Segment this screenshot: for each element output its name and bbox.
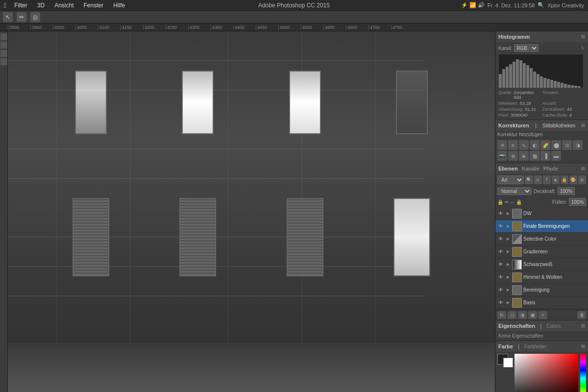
canvas-image	[8, 31, 495, 392]
layer-item-gradienten[interactable]: 👁 ▶ Gradienten	[495, 245, 588, 258]
layer-eye-finale[interactable]: 👁	[497, 223, 504, 230]
tool-brush[interactable]: ✏	[17, 12, 26, 22]
layers-mask[interactable]: ◻	[508, 311, 516, 319]
histogram-header[interactable]: Histogramm ⊟	[495, 31, 588, 42]
layer-thumb-gradienten	[512, 247, 522, 257]
layer-expand-bereinigung[interactable]: ▶	[506, 288, 511, 293]
tab-ebenen[interactable]: Ebenen	[498, 166, 518, 172]
opacity-value[interactable]: 100%	[558, 187, 575, 195]
layers-fx[interactable]: fx	[497, 311, 506, 319]
layer-item-schwarzweiss[interactable]: 👁 ▶ Schwarzweiß	[495, 258, 588, 271]
corrections-title: Korrekturen	[498, 122, 529, 128]
swatch-bg[interactable]	[503, 358, 513, 368]
histo-refresh[interactable]: ↻	[581, 46, 585, 50]
search-icon[interactable]: 🔍	[538, 2, 544, 8]
corr-bw[interactable]: ◑	[573, 140, 583, 150]
color-picker[interactable]	[514, 354, 578, 392]
layer-item-dw[interactable]: 👁 ▶ DW	[495, 207, 588, 220]
layer-eye-selective[interactable]: 👁	[497, 236, 504, 243]
layers-adj[interactable]: ◑	[518, 311, 527, 319]
layers-filter-toggle[interactable]: ⊕	[578, 175, 586, 184]
layer-expand-basis[interactable]: ▶	[506, 300, 511, 305]
apple-menu[interactable]: 	[4, 1, 6, 9]
left-tool-3[interactable]	[0, 50, 7, 57]
layers-btn3[interactable]: f	[543, 175, 551, 184]
color-header[interactable]: Farbe | Farbfelder ⊟	[495, 341, 588, 352]
corr-mixchannel[interactable]: ⊕	[508, 151, 518, 161]
channel-select[interactable]: RGB	[514, 44, 539, 52]
corr-posterize[interactable]: ▬	[551, 151, 561, 161]
corr-threshold[interactable]: ▐	[540, 151, 550, 161]
layers-type-filter[interactable]: Art	[497, 175, 524, 184]
layer-expand-selective[interactable]: ▶	[506, 237, 511, 242]
ruler-marks: 3900 3950 4000 4050 4100 4150 4200 4250 …	[8, 25, 414, 30]
tool-move[interactable]: ↖	[3, 12, 13, 22]
layer-expand-schwarzweiss[interactable]: ▶	[506, 262, 511, 267]
layers-search[interactable]: 🔍	[525, 175, 533, 184]
color-tab2[interactable]: Farbfelder	[524, 344, 547, 349]
corr-vibrance[interactable]: 🌈	[540, 140, 550, 150]
corr-hue[interactable]: ⬤	[551, 140, 561, 150]
layers-btn6[interactable]: 🎨	[569, 175, 577, 184]
svg-rect-25	[543, 78, 546, 88]
layer-eye-bereinigung[interactable]: 👁	[497, 287, 504, 294]
layer-expand-dw[interactable]: ▶	[506, 211, 511, 216]
layer-eye-basis[interactable]: 👁	[497, 299, 504, 306]
layer-eye-dw[interactable]: 👁	[497, 210, 504, 217]
layer-eye-himmel[interactable]: 👁	[497, 274, 504, 281]
corr-exposure[interactable]: ◐	[530, 140, 539, 150]
menu-item-fenster[interactable]: Fenster	[82, 2, 106, 9]
left-tool-2[interactable]	[0, 42, 7, 49]
tool-stamp[interactable]: ◎	[30, 12, 40, 22]
svg-rect-17	[516, 59, 519, 88]
canvas-area[interactable]	[8, 31, 495, 392]
fill-value[interactable]: 100%	[569, 198, 586, 206]
corrections-header[interactable]: Korrekturen | Stilbibliotheken ⊟	[495, 120, 588, 131]
properties-tab1[interactable]: Eigenschaften	[498, 323, 535, 329]
layers-btn4[interactable]: ◈	[552, 175, 560, 184]
layers-group[interactable]: ▣	[528, 311, 537, 319]
layers-delete[interactable]: 🗑	[577, 311, 586, 319]
color-picker-row	[497, 354, 586, 392]
layer-item-finale[interactable]: 👁 ▶ Finale Bereinigungen	[495, 220, 588, 233]
left-tool-1[interactable]	[0, 33, 7, 40]
layer-eye-schwarzweiss[interactable]: 👁	[497, 261, 504, 268]
corrections-minimize[interactable]: ⊟	[581, 123, 585, 128]
layer-expand-himmel[interactable]: ▶	[506, 275, 511, 280]
layer-item-himmel[interactable]: 👁 ▶ Himmel & Wolken	[495, 271, 588, 284]
layer-expand-finale[interactable]: ▶	[506, 224, 511, 229]
menu-item-ansicht[interactable]: Ansicht	[52, 2, 75, 9]
blend-mode-select[interactable]: Normal	[497, 187, 532, 195]
menu-item-filter[interactable]: Filter	[12, 2, 29, 9]
layers-panel-header[interactable]: Ebenen Kanäle Pfade ⊟	[495, 163, 588, 174]
workspace-name[interactable]: Xplor Creativity	[547, 2, 584, 8]
tab-kanaele[interactable]: Kanäle	[522, 166, 539, 172]
layer-expand-gradienten[interactable]: ▶	[506, 249, 511, 254]
corr-colorbalance[interactable]: ⚖	[562, 140, 572, 150]
layer-item-bereinigung[interactable]: 👁 ▶ Bereinigung	[495, 284, 588, 296]
color-spectrum[interactable]	[580, 354, 586, 392]
layer-eye-gradienten[interactable]: 👁	[497, 248, 504, 255]
corr-gradient[interactable]: ▦	[530, 151, 539, 161]
properties-tab2[interactable]: Colors	[546, 323, 561, 329]
corr-brightness[interactable]: ☀	[497, 140, 507, 150]
svg-rect-23	[537, 74, 539, 88]
menu-item-hilfe[interactable]: Hilfe	[111, 2, 127, 9]
left-tool-4[interactable]	[0, 58, 7, 65]
layers-minimize[interactable]: ⊟	[581, 166, 585, 171]
menu-item-3d[interactable]: 3D	[35, 2, 47, 9]
corr-curves[interactable]: ∿	[519, 140, 529, 150]
tab-pfade[interactable]: Pfade	[543, 166, 558, 172]
layer-item-selective[interactable]: 👁 ▶ Selective Color	[495, 233, 588, 245]
corr-selective[interactable]: ◈	[519, 151, 529, 161]
histogram-minimize[interactable]: ⊟	[581, 34, 585, 39]
color-minimize[interactable]: ⊟	[581, 344, 585, 349]
properties-header[interactable]: Eigenschaften | Colors ⊟	[495, 320, 588, 331]
corr-photofilter[interactable]: 📷	[497, 151, 507, 161]
corr-levels[interactable]: ≡	[508, 140, 518, 150]
properties-minimize[interactable]: ⊟	[581, 323, 585, 328]
layers-btn5[interactable]: 🔒	[561, 175, 568, 184]
layers-new[interactable]: +	[539, 311, 547, 319]
layers-btn2[interactable]: A	[534, 175, 542, 184]
layer-item-basis[interactable]: 👁 ▶ Basis	[495, 296, 588, 309]
